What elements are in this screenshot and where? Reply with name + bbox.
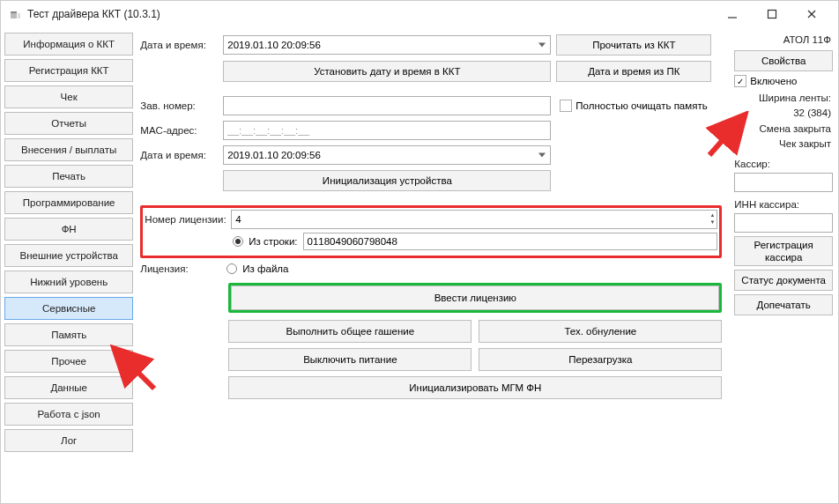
- register-cashier-button[interactable]: Регистрация кассира: [734, 236, 833, 266]
- sidebar-item-data[interactable]: Данные: [4, 376, 133, 399]
- serial-input[interactable]: [223, 96, 551, 115]
- window-title: Тест драйвера ККТ (10.3.1): [27, 8, 712, 20]
- license-label: Лицензия:: [140, 263, 221, 274]
- device-name-label: АТОЛ 11Ф: [734, 33, 833, 47]
- sidebar-item-service[interactable]: Сервисные: [4, 297, 133, 320]
- cashier-inn-input[interactable]: [734, 213, 833, 233]
- svg-rect-2: [768, 11, 776, 19]
- sidebar-item-receipt[interactable]: Чек: [4, 85, 133, 108]
- serial-label: Зав. номер:: [140, 100, 221, 111]
- properties-button[interactable]: Свойства: [734, 50, 833, 71]
- license-num-label: Номер лицензии:: [145, 214, 229, 225]
- app-window: Тест драйвера ККТ (10.3.1) Информация о …: [0, 0, 839, 504]
- set-datetime-button[interactable]: Установить дату и время в ККТ: [223, 61, 551, 82]
- license-highlight-box: Номер лицензии: 4 ▲▼ Из строки: 01180490…: [140, 205, 722, 258]
- sidebar-item-fn[interactable]: ФН: [4, 218, 133, 241]
- sidebar: Информация о ККТ Регистрация ККТ Чек Отч…: [1, 27, 137, 503]
- sidebar-item-external[interactable]: Внешние устройства: [4, 244, 133, 267]
- finish-print-button[interactable]: Допечатать: [734, 294, 833, 315]
- full-clear-checkbox[interactable]: [560, 100, 572, 112]
- check-closed-label: Чек закрыт: [734, 137, 831, 152]
- tape-width-label: Ширина ленты:: [734, 91, 831, 106]
- datetime-combo[interactable]: 2019.01.10 20:09:56: [223, 35, 551, 55]
- power-off-button[interactable]: Выключить питание: [228, 348, 471, 371]
- tape-width-value: 32 (384): [734, 106, 831, 121]
- sidebar-item-register[interactable]: Регистрация ККТ: [4, 59, 133, 82]
- from-string-input[interactable]: 0118049060798048: [303, 233, 718, 250]
- right-panel: АТОЛ 11Ф Свойства ✓ Включено Ширина лент…: [729, 27, 838, 503]
- doc-status-button[interactable]: Статус документа: [734, 270, 833, 291]
- shift-closed-label: Смена закрыта: [734, 122, 831, 137]
- general-erase-button[interactable]: Выполнить общее гашение: [228, 320, 471, 343]
- cashier-input[interactable]: [734, 173, 833, 192]
- sidebar-item-programming[interactable]: Программирование: [4, 191, 133, 214]
- sidebar-item-log[interactable]: Лог: [4, 429, 133, 452]
- sidebar-item-payments[interactable]: Внесения / выплаты: [4, 138, 133, 161]
- main-panel: Дата и время: 2019.01.10 20:09:56 Прочит…: [137, 27, 729, 503]
- sidebar-item-other[interactable]: Прочее: [4, 350, 133, 373]
- from-file-label: Из файла: [242, 263, 288, 274]
- read-from-kkt-button[interactable]: Прочитать из ККТ: [556, 34, 711, 56]
- init-mgm-fn-button[interactable]: Инициализировать МГМ ФН: [228, 376, 722, 399]
- full-clear-label: Полностью очищать память: [575, 100, 707, 111]
- from-string-label: Из строки:: [249, 236, 297, 247]
- datetime2-label: Дата и время:: [140, 150, 221, 160]
- maximize-button[interactable]: [752, 1, 791, 27]
- mac-label: MAC-адрес:: [140, 125, 221, 136]
- from-file-radio[interactable]: [226, 263, 237, 274]
- license-num-input[interactable]: 4 ▲▼: [231, 210, 717, 229]
- titlebar: Тест драйвера ККТ (10.3.1): [1, 1, 838, 27]
- enter-license-button[interactable]: Ввести лицензию: [231, 285, 719, 310]
- mac-input[interactable]: __:__:__:__:__:__: [223, 121, 551, 140]
- sidebar-item-print[interactable]: Печать: [4, 165, 133, 188]
- spinner-icon[interactable]: ▲▼: [709, 211, 715, 226]
- enter-license-highlight: Ввести лицензию: [228, 283, 722, 313]
- cashier-label: Кассир:: [734, 159, 833, 169]
- datetime-label: Дата и время:: [140, 40, 221, 50]
- cashier-inn-label: ИНН кассира:: [734, 199, 833, 210]
- sidebar-item-json[interactable]: Работа с json: [4, 403, 133, 426]
- tech-reset-button[interactable]: Тех. обнуление: [479, 320, 722, 343]
- close-button[interactable]: [791, 1, 831, 27]
- enabled-checkbox[interactable]: ✓: [734, 75, 746, 87]
- sidebar-item-reports[interactable]: Отчеты: [4, 112, 133, 135]
- from-string-radio[interactable]: [233, 236, 243, 247]
- sidebar-item-info[interactable]: Информация о ККТ: [4, 33, 133, 56]
- app-icon: [8, 7, 22, 21]
- sidebar-item-memory[interactable]: Память: [4, 323, 133, 346]
- svg-rect-0: [18, 13, 20, 19]
- minimize-button[interactable]: [712, 1, 752, 27]
- reboot-button[interactable]: Перезагрузка: [479, 348, 722, 371]
- sidebar-item-lowlevel[interactable]: Нижний уровень: [4, 271, 133, 293]
- datetime2-combo[interactable]: 2019.01.10 20:09:56: [223, 145, 551, 165]
- init-device-button[interactable]: Инициализация устройства: [223, 170, 551, 191]
- enabled-label: Включено: [750, 76, 797, 86]
- datetime-from-pc-button[interactable]: Дата и время из ПК: [556, 61, 711, 82]
